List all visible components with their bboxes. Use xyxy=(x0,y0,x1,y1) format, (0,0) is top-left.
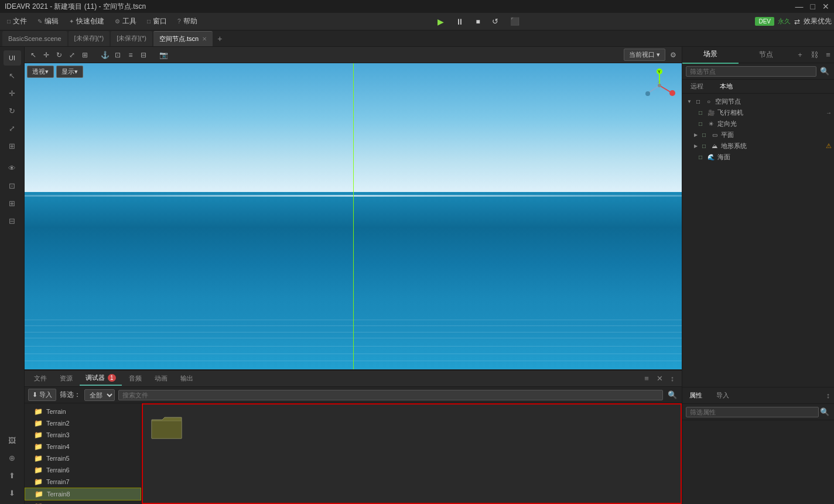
sidebar-import-icon[interactable]: ⬇ xyxy=(4,485,21,500)
scene-node-plane[interactable]: ▶ □ ▭ 平面 xyxy=(682,129,834,140)
pause-button[interactable]: ⏸ xyxy=(456,17,464,26)
viewport-gizmo[interactable]: Y Z xyxy=(642,68,677,103)
menu-file[interactable]: □ 文件 xyxy=(2,14,32,29)
scene-search-icon[interactable]: 🔍 xyxy=(819,66,830,77)
current-view-button[interactable]: 当前视口 ▾ xyxy=(624,49,665,61)
tree-item-terrain3[interactable]: 📁 Terrain3 xyxy=(25,429,141,441)
sidebar-rotate-icon[interactable]: ↻ xyxy=(4,103,21,118)
scene-tab-remote[interactable]: 远程 xyxy=(682,80,712,93)
sidebar-cursor-icon[interactable]: ↖ xyxy=(4,68,21,83)
menu-help[interactable]: ? 帮助 xyxy=(173,14,202,29)
bottom-tab-audio[interactable]: 音频 xyxy=(123,372,148,385)
anchor-icon[interactable]: ⚓ xyxy=(100,50,110,60)
sync-icon[interactable]: ⇄ xyxy=(794,18,800,26)
tree-item-terrain4[interactable]: 📁 Terrain4 xyxy=(25,441,141,452)
prop-tab-import[interactable]: 导入 xyxy=(709,388,736,403)
file-view-panel[interactable] xyxy=(142,403,682,504)
select-tool-icon[interactable]: ↖ xyxy=(28,50,39,60)
tab-unsaved-1[interactable]: [未保存](*) xyxy=(69,31,110,46)
sidebar-grid-icon[interactable]: ⊞ xyxy=(4,196,21,211)
search-file-input[interactable] xyxy=(118,390,663,400)
tab-space-node[interactable]: 空间节点.tscn ✕ xyxy=(153,31,213,46)
bottom-tab-debugger[interactable]: 调试器 1 xyxy=(80,371,122,386)
bottom-sort-icon[interactable]: ↕ xyxy=(666,373,678,385)
scale-tool-icon[interactable]: ⤢ xyxy=(67,50,77,60)
camera-icon[interactable]: 📷 xyxy=(158,50,169,60)
prop-sort-icon[interactable]: ↕ xyxy=(822,390,834,402)
tree-item-terrain8[interactable]: 📁 Terrain8 xyxy=(25,488,141,500)
scene-node-camera[interactable]: □ 🎥 飞行相机 → xyxy=(682,107,834,118)
prop-search-input[interactable] xyxy=(686,407,819,417)
menu-edit[interactable]: ✎ 编辑 xyxy=(33,14,63,29)
bottom-tab-assets[interactable]: 资源 xyxy=(54,372,78,385)
sidebar-scale-icon[interactable]: ⤢ xyxy=(4,121,21,136)
sidebar-move-icon[interactable]: ✛ xyxy=(4,85,21,101)
add-tool-icon[interactable]: ✛ xyxy=(41,50,52,60)
tree-item-terrain[interactable]: 📁 Terrain xyxy=(25,406,141,417)
close-button[interactable]: ✕ xyxy=(822,2,829,11)
sidebar-layers-icon[interactable]: ⊕ xyxy=(4,450,21,465)
display-button[interactable]: 显示▾ xyxy=(56,66,83,78)
menu-tools[interactable]: ⚙ 工具 xyxy=(110,14,141,29)
add-node-button[interactable]: + xyxy=(794,49,806,61)
movie-button[interactable]: ⬛ xyxy=(510,17,519,26)
scene-node-space[interactable]: ▼ □ ○ 空间节点 xyxy=(682,96,834,107)
tree-item-terrain2[interactable]: 📁 Terrain2 xyxy=(25,417,141,429)
viewport-3d[interactable]: 透视▾ 显示▾ Y xyxy=(25,63,682,369)
tree-item-terrain5[interactable]: 📁 Terrain5 xyxy=(25,452,141,464)
right-tab-node[interactable]: 节点 xyxy=(739,46,795,63)
sidebar-view-icon[interactable]: 👁 xyxy=(4,160,21,176)
bone-icon[interactable]: ⊡ xyxy=(112,50,123,60)
settings-icon[interactable]: ⚙ xyxy=(668,50,678,60)
rotate-tool-icon[interactable]: ↻ xyxy=(54,50,64,60)
sidebar-transform-icon[interactable]: ⊞ xyxy=(4,138,21,153)
scene-node-terrain[interactable]: ▶ □ ⛰ 地形系统 ⚠ xyxy=(682,140,834,152)
right-tab-scene[interactable]: 场景 xyxy=(682,46,739,64)
menu-node-button[interactable]: ≡ xyxy=(822,49,834,61)
bottom-close-icon[interactable]: ✕ xyxy=(654,373,665,385)
tree-item-terrain7[interactable]: 📁 Terrain7 xyxy=(25,476,141,488)
bottom-tab-output[interactable]: 输出 xyxy=(175,372,199,385)
sidebar-image-icon[interactable]: 🖼 xyxy=(4,433,21,448)
maximize-button[interactable]: □ xyxy=(811,2,815,11)
import-button[interactable]: ⬇ 导入 xyxy=(28,389,56,401)
scene-tab-local[interactable]: 本地 xyxy=(712,80,741,93)
terrain-arrow[interactable]: ▶ xyxy=(694,143,698,149)
group-tool-icon[interactable]: ⊞ xyxy=(80,50,90,60)
large-folder-icon[interactable] xyxy=(149,410,184,445)
bottom-tab-animation[interactable]: 动画 xyxy=(149,372,173,385)
bottom-list-icon[interactable]: ≡ xyxy=(641,373,652,385)
search-icon[interactable]: 🔍 xyxy=(666,389,678,401)
scene-node-sea[interactable]: □ 🌊 海面 xyxy=(682,152,834,163)
perspective-button[interactable]: 透视▾ xyxy=(27,66,54,78)
prop-tab-attributes[interactable]: 属性 xyxy=(682,388,709,403)
menu-quick-create[interactable]: ✦ 快速创建 xyxy=(64,14,109,29)
play-button[interactable]: ▶ xyxy=(437,17,444,26)
sidebar-lock-icon[interactable]: ⊟ xyxy=(4,213,21,228)
link-node-button[interactable]: ⛓ xyxy=(808,49,820,61)
sidebar-export-icon[interactable]: ⬆ xyxy=(4,468,21,483)
scene-node-light[interactable]: □ ✳ 定向光 xyxy=(682,118,834,129)
grid2-icon[interactable]: ⊟ xyxy=(138,50,149,60)
tab-basic-scene[interactable]: BasicScene.scene xyxy=(2,31,67,46)
titlebar-controls[interactable]: — □ ✕ xyxy=(795,2,829,11)
camera-link-icon[interactable]: → xyxy=(826,109,832,116)
tree-item-terrain6[interactable]: 📁 Terrain6 xyxy=(25,464,141,476)
tab-add-button[interactable]: + xyxy=(214,34,225,43)
scene-search-input[interactable] xyxy=(686,66,816,77)
filter-select[interactable]: 全部 xyxy=(84,389,115,401)
sidebar-snap-icon[interactable]: ⊡ xyxy=(4,178,21,193)
stop-button[interactable]: ■ xyxy=(476,18,480,26)
minimize-button[interactable]: — xyxy=(795,2,804,11)
sidebar-ui-button[interactable]: UI xyxy=(4,50,21,66)
align-icon[interactable]: ≡ xyxy=(125,50,136,60)
undo-button[interactable]: ↺ xyxy=(492,17,498,26)
space-arrow[interactable]: ▼ xyxy=(687,99,692,104)
menu-window[interactable]: □ 窗口 xyxy=(142,14,172,29)
prop-search-icon[interactable]: 🔍 xyxy=(819,406,830,418)
plane-arrow[interactable]: ▶ xyxy=(694,132,698,138)
tab-close-button[interactable]: ✕ xyxy=(202,36,207,42)
tab-unsaved-2[interactable]: [未保存](*) xyxy=(111,31,152,46)
tree-item-tree-fbm[interactable]: 📁 Tree.fbm xyxy=(25,500,141,504)
bottom-tab-file[interactable]: 文件 xyxy=(28,372,53,385)
